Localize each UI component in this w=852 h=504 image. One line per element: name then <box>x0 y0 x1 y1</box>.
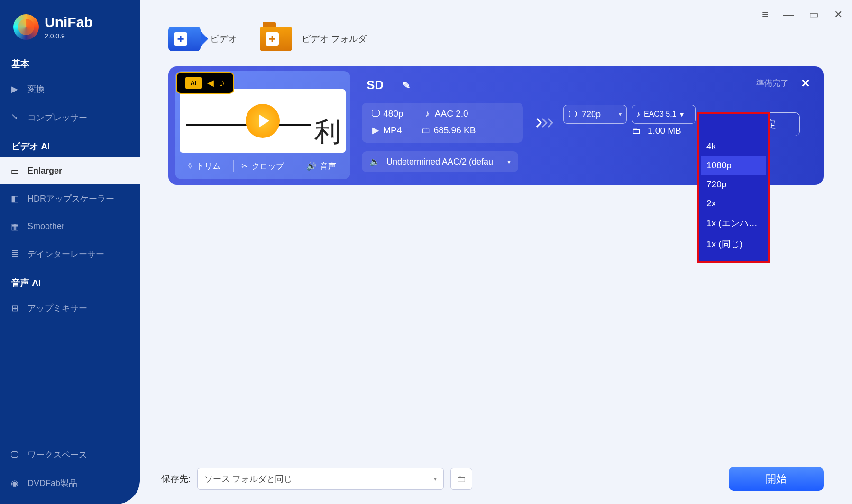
sidebar-item-upmixer[interactable]: ⊞ アップミキサー <box>0 294 140 322</box>
sidebar-item-workspace[interactable]: 🖵 ワークスペース <box>0 440 140 469</box>
ai-video-badge: AI <box>185 77 202 89</box>
dropdown-option-1x-same[interactable]: 1x (同じ) <box>701 234 766 255</box>
nav-label: コンプレッサー <box>27 112 87 123</box>
compress-icon: ⇲ <box>9 113 20 122</box>
logo: UniFab 2.0.0.9 <box>0 0 140 49</box>
chevron-down-icon: ▾ <box>619 111 622 118</box>
speaker-icon: 🔈 <box>369 156 380 167</box>
nav-label: HDRアップスケーラー <box>27 193 114 204</box>
ai-tag: AI ◀ ♪ <box>176 72 234 94</box>
section-video-ai-label: ビデオ AI <box>0 132 140 157</box>
browse-folder-button[interactable]: 🗀 <box>450 468 472 490</box>
close-icon[interactable]: ✕ <box>834 9 843 21</box>
play-square-icon: ▶ <box>9 85 20 93</box>
monitor-icon: 🖵 <box>568 110 577 119</box>
output-size: 🗀 1.00 MB <box>632 126 681 136</box>
add-bar: + ビデオ + ビデオ フォルダ <box>140 0 852 62</box>
trim-icon: ⎀ <box>188 161 192 171</box>
crop-label: クロップ <box>252 161 284 172</box>
dropdown-option-4k[interactable]: 4k <box>701 137 766 156</box>
sidebar-item-dvdfab[interactable]: ◉ DVDFab製品 <box>0 469 140 504</box>
add-folder-label: ビデオ フォルダ <box>302 33 367 45</box>
source-specs: 🖵 480p ♪ AAC 2.0 ▶ MP4 🗀 685.96 KB <box>362 103 523 143</box>
dest-folder-value: ソース フォルダと同じ <box>204 473 292 485</box>
chevron-down-icon: ▾ <box>434 476 437 482</box>
deinterlace-icon: ≣ <box>9 250 20 258</box>
output-resolution-select[interactable]: 🖵 720p ▾ <box>563 105 627 124</box>
footer: 保存先: ソース フォルダと同じ ▾ 🗀 開始 <box>161 467 824 491</box>
dropdown-option-720p[interactable]: 720p <box>701 175 766 194</box>
output-audio-value: EAC3 5.1 <box>644 110 676 119</box>
sidebar: UniFab 2.0.0.9 基本 ▶ 変換 ⇲ コンプレッサー ビデオ AI … <box>0 0 140 504</box>
preview-tools: ⎀ トリム ✂ クロップ 🔊 音声 <box>175 153 350 179</box>
output-size-value: 1.00 MB <box>648 126 681 136</box>
dropdown-option-1080p[interactable]: 1080p <box>701 156 766 175</box>
output-audio-select[interactable]: ♪ EAC3 5.1 ▾ <box>632 105 696 124</box>
camera-icon: ◀ <box>207 78 214 88</box>
add-video-button[interactable]: + ビデオ <box>168 27 237 51</box>
sidebar-item-hdr[interactable]: ◧ HDRアップスケーラー <box>0 184 140 213</box>
filesize-icon: 🗀 <box>632 126 641 136</box>
audio-button[interactable]: 🔊 音声 <box>292 161 350 172</box>
start-label: 開始 <box>766 472 787 486</box>
output-resolution-value: 720p <box>582 110 601 119</box>
resolution-dropdown: 4k 1080p 720p 2x 1x (エンハ… 1x (同じ) <box>697 112 770 263</box>
source-resolution: 480p <box>383 109 403 119</box>
nav-label: Smoother <box>27 221 64 231</box>
play-button[interactable] <box>246 104 280 138</box>
edit-title-icon[interactable]: ✎ <box>403 80 411 91</box>
dest-folder-select[interactable]: ソース フォルダと同じ ▾ <box>197 468 444 490</box>
source-container: MP4 <box>383 125 402 135</box>
dvdfab-icon: ◉ <box>9 479 20 487</box>
task-status: 準備完了 <box>756 78 788 89</box>
maximize-icon[interactable]: ▭ <box>809 9 819 21</box>
app-name: UniFab <box>45 14 93 30</box>
titlebar: ≡ — ▭ ✕ <box>762 9 843 21</box>
add-folder-button[interactable]: + ビデオ フォルダ <box>260 27 367 51</box>
folder-icon: 🗀 <box>457 474 466 485</box>
trim-button[interactable]: ⎀ トリム <box>175 161 233 172</box>
remove-task-icon[interactable]: ✕ <box>801 77 810 90</box>
chevron-down-icon: ▾ <box>507 158 511 165</box>
video-title: SD <box>366 78 384 92</box>
nav-label: アップミキサー <box>27 302 87 314</box>
arrow-icon <box>531 112 555 133</box>
workspace-icon: 🖵 <box>9 450 20 459</box>
audio-icon: 🔊 <box>306 161 316 171</box>
hdr-icon: ◧ <box>9 194 20 203</box>
start-button[interactable]: 開始 <box>729 467 824 491</box>
source-size: 685.96 KB <box>434 125 476 135</box>
add-video-label: ビデオ <box>210 33 237 45</box>
app-logo-icon <box>13 14 39 40</box>
ai-audio-icon: ♪ <box>220 77 225 89</box>
container-icon: ▶ <box>370 125 381 136</box>
minimize-icon[interactable]: — <box>783 9 794 21</box>
sidebar-item-deinterlace[interactable]: ≣ デインターレーサー <box>0 240 140 268</box>
enlarge-icon: ▭ <box>9 167 20 175</box>
dropdown-option-1x-enhance[interactable]: 1x (エンハ… <box>701 213 766 234</box>
dropdown-option-2x[interactable]: 2x <box>701 194 766 213</box>
add-folder-icon: + <box>260 27 292 51</box>
trim-label: トリム <box>196 161 220 172</box>
audio-codec-icon: ♪ <box>422 109 433 119</box>
section-audio-ai-label: 音声 AI <box>0 268 140 294</box>
sidebar-item-compressor[interactable]: ⇲ コンプレッサー <box>0 103 140 132</box>
monitor-icon: 🖵 <box>370 109 381 119</box>
sidebar-item-convert[interactable]: ▶ 変換 <box>0 75 140 103</box>
audio-codec-icon: ♪ <box>636 110 640 119</box>
smoother-icon: ▦ <box>9 222 20 231</box>
menu-icon[interactable]: ≡ <box>762 9 768 21</box>
sidebar-item-enlarger[interactable]: ▭ Enlarger <box>0 157 140 184</box>
sidebar-item-smoother[interactable]: ▦ Smoother <box>0 213 140 240</box>
main-area: ≡ — ▭ ✕ + ビデオ + ビデオ フォルダ AI ◀ ♪ <box>140 0 852 504</box>
audio-track-value: Undetermined AAC/2 (defau <box>386 157 493 167</box>
audio-track-select[interactable]: 🔈 Undetermined AAC/2 (defau ▾ <box>362 151 518 172</box>
crop-button[interactable]: ✂ クロップ <box>234 161 292 172</box>
source-audio: AAC 2.0 <box>435 109 468 119</box>
nav-label: DVDFab製品 <box>27 477 77 489</box>
preview-frame[interactable] <box>180 89 346 153</box>
filesize-icon: 🗀 <box>421 125 431 136</box>
audio-label: 音声 <box>320 161 336 172</box>
crop-icon: ✂ <box>241 161 248 171</box>
nav-label: Enlarger <box>27 166 62 176</box>
